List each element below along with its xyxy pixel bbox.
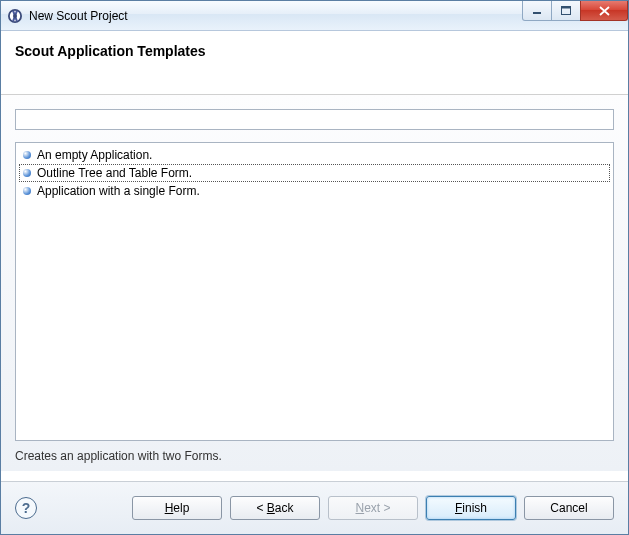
dialog-window: New Scout Project Scout Application Temp…	[0, 0, 629, 535]
minimize-icon	[532, 7, 542, 15]
maximize-button[interactable]	[551, 1, 581, 21]
button-bar: ? Help < Back Next > Finish Cancel	[1, 482, 628, 534]
help-button[interactable]: Help	[132, 496, 222, 520]
next-button: Next >	[328, 496, 418, 520]
wizard-header: Scout Application Templates	[1, 31, 628, 95]
list-item[interactable]: Application with a single Form.	[19, 182, 610, 200]
close-button[interactable]	[580, 1, 628, 21]
template-description: Creates an application with two Forms.	[15, 449, 614, 463]
list-item-label: Outline Tree and Table Form.	[37, 166, 192, 180]
cancel-button[interactable]: Cancel	[524, 496, 614, 520]
minimize-button[interactable]	[522, 1, 552, 21]
svg-rect-5	[533, 12, 541, 14]
svg-rect-7	[562, 7, 571, 9]
filter-input[interactable]	[15, 109, 614, 130]
finish-button[interactable]: Finish	[426, 496, 516, 520]
window-controls	[523, 1, 628, 21]
bullet-icon	[23, 169, 31, 177]
back-button[interactable]: < Back	[230, 496, 320, 520]
close-icon	[599, 6, 610, 16]
list-item-label: Application with a single Form.	[37, 184, 200, 198]
title-bar[interactable]: New Scout Project	[1, 1, 628, 31]
wizard-buttons: Help < Back Next > Finish Cancel	[132, 496, 614, 520]
window-title: New Scout Project	[29, 9, 128, 23]
bullet-icon	[23, 187, 31, 195]
app-icon	[7, 8, 23, 24]
wizard-body: An empty Application.Outline Tree and Ta…	[1, 95, 628, 471]
list-item-label: An empty Application.	[37, 148, 152, 162]
maximize-icon	[561, 6, 571, 15]
svg-point-4	[13, 14, 17, 18]
list-item[interactable]: An empty Application.	[19, 146, 610, 164]
list-item[interactable]: Outline Tree and Table Form.	[19, 164, 610, 182]
template-list[interactable]: An empty Application.Outline Tree and Ta…	[15, 142, 614, 441]
bullet-icon	[23, 151, 31, 159]
page-title: Scout Application Templates	[15, 43, 614, 59]
context-help-icon[interactable]: ?	[15, 497, 37, 519]
